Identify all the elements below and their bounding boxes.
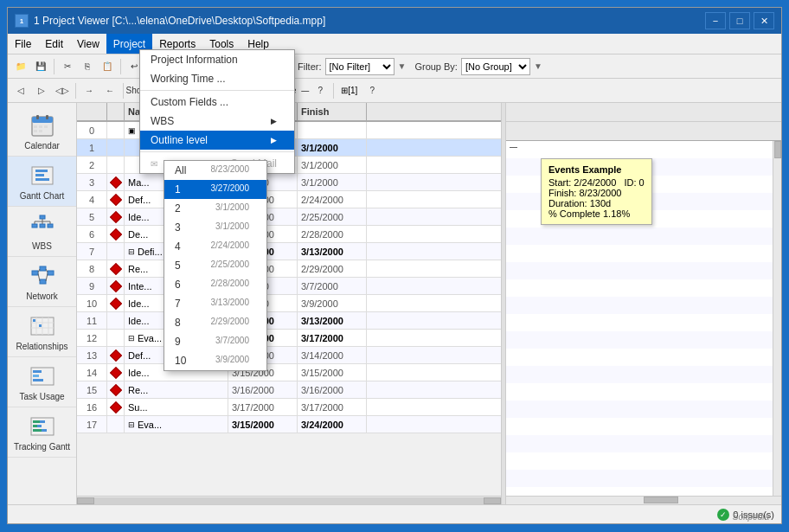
menu-wbs[interactable]: WBS ▶ <box>140 112 294 131</box>
cell-finish <box>298 122 367 138</box>
sidebar-item-calendar[interactable]: Calendar <box>8 106 76 157</box>
svg-rect-45 <box>33 425 37 427</box>
sidebar-item-trackinggant[interactable]: Tracking Gantt <box>8 407 76 458</box>
cell-id: 13 <box>77 347 107 363</box>
watermark-text: Softpedia <box>733 512 769 522</box>
menu-view[interactable]: View <box>70 34 106 54</box>
collapse-icon[interactable]: ▣ <box>128 126 136 135</box>
cell-finish: 3/1/2000 <box>298 174 367 190</box>
open-button[interactable]: 📁 <box>11 57 30 76</box>
sidebar-item-network[interactable]: Network <box>8 257 76 307</box>
filter-dropdown-icon[interactable]: ▼ <box>398 61 407 71</box>
table-row: 12 ⊟Eva... 3/14/2000 3/17/2000 <box>77 330 501 347</box>
menu-file[interactable]: File <box>8 34 38 54</box>
gantt-collapse-btn[interactable]: — <box>510 143 517 151</box>
gantt-vscrollbar-thumb[interactable] <box>774 141 781 158</box>
slippage-dash: — <box>301 87 309 95</box>
hscrollbar[interactable] <box>77 496 501 504</box>
svg-rect-10 <box>35 170 48 172</box>
overdue-indicator <box>109 297 121 309</box>
svg-rect-5 <box>39 125 42 128</box>
svg-rect-7 <box>34 130 37 132</box>
outline-all[interactable]: All 8/23/2000 <box>164 161 266 180</box>
edit-tools: ✂ ⎘ 📋 <box>58 57 117 76</box>
tb2-question3[interactable]: ? <box>311 81 330 100</box>
submenu-arrow-outline: ▶ <box>271 136 277 144</box>
sidebar-item-wbs[interactable]: WBS <box>8 207 76 257</box>
cell-id: 1 <box>77 139 107 156</box>
titlebar-buttons: − □ ✕ <box>705 12 774 29</box>
hscrollbar-left[interactable] <box>77 497 94 504</box>
tb2-btn3[interactable]: ◁▷ <box>53 81 72 100</box>
relationships-icon <box>29 312 56 340</box>
menu-outline-level[interactable]: Outline level ▶ <box>140 131 294 150</box>
overdue-indicator <box>109 349 121 361</box>
cell-id: 17 <box>77 416 107 433</box>
groupby-select[interactable]: [No Group] <box>461 58 530 75</box>
outline-7[interactable]: 7 3/13/2000 <box>164 294 266 313</box>
tb2-question4[interactable]: ? <box>362 81 382 100</box>
window-title: 1 Project Viewer [C:\...\elena\OneDrive\… <box>34 15 705 27</box>
maximize-button[interactable]: □ <box>729 12 750 29</box>
outline-1[interactable]: 1 3/27/2000 <box>164 180 266 199</box>
outline-2[interactable]: 2 3/1/2000 <box>164 199 266 218</box>
tb2-btn5[interactable]: ← <box>100 81 119 100</box>
collapse-icon[interactable]: ⊟ <box>128 334 135 343</box>
collapse-icon[interactable]: ⊟ <box>128 420 135 429</box>
cell-id: 7 <box>77 243 107 260</box>
overdue-indicator <box>109 383 121 395</box>
menu-custom-fields[interactable]: Custom Fields ... <box>140 93 294 112</box>
save-button[interactable]: 💾 <box>31 57 50 76</box>
outline-5[interactable]: 5 2/25/2000 <box>164 256 266 275</box>
outline-6[interactable]: 6 2/28/2000 <box>164 275 266 294</box>
cell-id: 5 <box>77 208 107 225</box>
outline-10[interactable]: 10 3/9/2000 <box>164 351 266 370</box>
hscrollbar-track[interactable] <box>94 497 484 504</box>
titlebar: 1 1 Project Viewer [C:\...\elena\OneDriv… <box>8 8 781 34</box>
sep2 <box>120 59 121 74</box>
menu-working-time[interactable]: Working Time ... <box>140 69 294 88</box>
paste-button[interactable]: 📋 <box>98 57 117 76</box>
cell-finish: 3/24/2000 <box>298 416 367 433</box>
tb2-btn4[interactable]: → <box>80 81 99 100</box>
cell-id: 6 <box>77 226 107 242</box>
gantt-vscrollbar[interactable] <box>773 141 781 496</box>
svg-rect-15 <box>40 224 45 228</box>
menubar: File Edit View Project Reports Tools Hel… <box>8 34 781 54</box>
outline-3[interactable]: 3 3/1/2000 <box>164 218 266 237</box>
table-row: 13 Def... 3/14/2000 3/14/2000 <box>77 347 501 364</box>
svg-rect-36 <box>39 324 42 327</box>
cell-indicator <box>107 347 125 363</box>
groupby-dropdown-icon[interactable]: ▼ <box>534 61 542 71</box>
tb2-btn1[interactable]: ◁ <box>11 81 30 100</box>
gantt-hscrollbar[interactable] <box>506 496 781 504</box>
filter-select[interactable]: [No Filter] <box>325 58 394 75</box>
close-button[interactable]: ✕ <box>754 12 774 29</box>
svg-rect-38 <box>33 370 42 373</box>
sidebar-item-taskusage[interactable]: Task Usage <box>8 357 76 407</box>
th-id <box>77 103 107 120</box>
outline-8[interactable]: 8 2/29/2000 <box>164 313 266 332</box>
collapse-icon[interactable]: ⊟ <box>128 247 135 256</box>
copy-button[interactable]: ⎘ <box>78 57 97 76</box>
menu-edit[interactable]: Edit <box>38 34 70 54</box>
cell-indicator <box>107 381 125 398</box>
cell-finish: 2/29/2000 <box>298 260 367 277</box>
outline-9[interactable]: 9 3/7/2000 <box>164 332 266 351</box>
gantt-timeline-header <box>506 103 781 141</box>
sidebar-label-taskusage: Task Usage <box>19 392 64 401</box>
svg-rect-21 <box>32 271 38 275</box>
tb2-btn2[interactable]: ▷ <box>32 81 51 100</box>
hscrollbar-right[interactable] <box>484 497 501 504</box>
cell-finish: 2/24/2000 <box>298 191 367 208</box>
gantt-hscrollbar-thumb[interactable] <box>644 497 678 503</box>
outline-4[interactable]: 4 2/24/2000 <box>164 237 266 256</box>
cell-id: 0 <box>77 122 107 138</box>
sidebar-item-gantt[interactable]: Gantt Chart <box>8 157 76 207</box>
project-dropdown: Project Information Working Time ... Cus… <box>139 49 295 174</box>
groupby-label: Group By: <box>414 61 458 72</box>
cut-button[interactable]: ✂ <box>58 57 77 76</box>
sidebar-item-relationships[interactable]: Relationships <box>8 307 76 357</box>
menu-project-info[interactable]: Project Information <box>140 50 294 69</box>
minimize-button[interactable]: − <box>705 12 726 29</box>
